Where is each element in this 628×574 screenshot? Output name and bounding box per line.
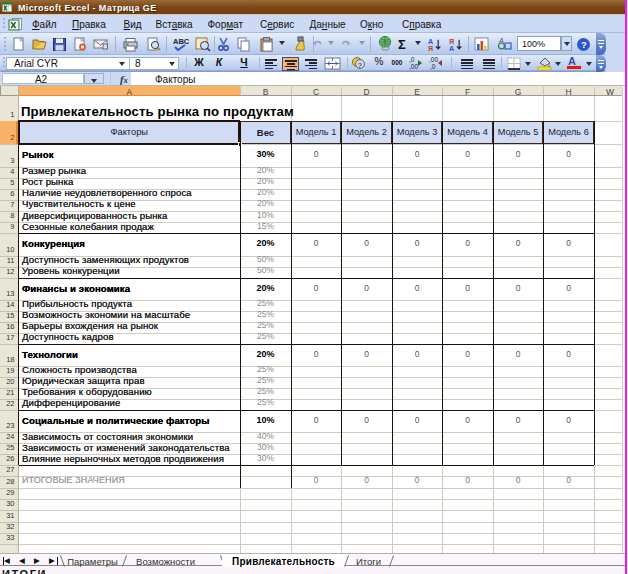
svg-text:,00: ,00 (429, 56, 438, 63)
svg-text:?: ? (358, 61, 363, 70)
svg-text:A: A (498, 37, 504, 44)
svg-text:Σ: Σ (398, 37, 406, 52)
svg-text:,00: ,00 (409, 63, 418, 70)
svg-text:Я: Я (449, 38, 454, 45)
svg-text:,0: ,0 (409, 56, 415, 63)
svg-text:А: А (449, 45, 454, 52)
svg-text:А: А (428, 38, 433, 45)
svg-text:?: ? (581, 39, 587, 50)
svg-text:Я: Я (428, 45, 433, 52)
svg-text:ABC: ABC (173, 37, 189, 46)
svg-text:,0: ,0 (430, 63, 436, 70)
